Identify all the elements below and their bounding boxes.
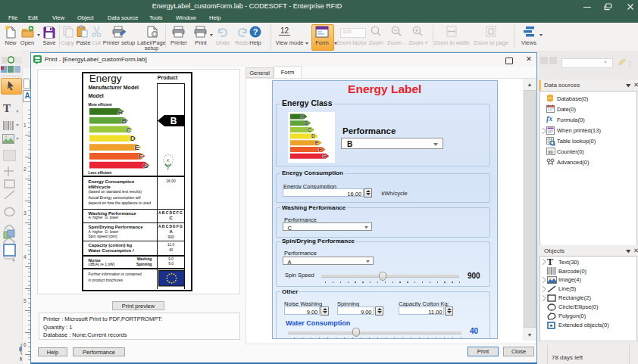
svg-text:G: G: [322, 154, 326, 159]
svg-text:E: E: [315, 140, 319, 145]
svg-text:E: E: [134, 143, 139, 151]
svg-text:B: B: [304, 120, 308, 126]
svg-text:G: G: [143, 161, 149, 170]
svg-text:D: D: [130, 134, 136, 142]
svg-text:D: D: [311, 133, 315, 138]
svg-text:C: C: [308, 127, 311, 132]
svg-text:C: C: [126, 125, 131, 133]
svg-text:A: A: [301, 114, 305, 119]
svg-text:?: ?: [253, 27, 258, 36]
svg-text:€: €: [167, 157, 170, 163]
svg-text:A: A: [117, 108, 123, 116]
svg-text:99: 99: [548, 150, 553, 154]
svg-text:B: B: [122, 117, 127, 125]
svg-text:F: F: [319, 147, 322, 152]
svg-text:F: F: [139, 152, 143, 160]
svg-text:B: B: [170, 116, 177, 126]
